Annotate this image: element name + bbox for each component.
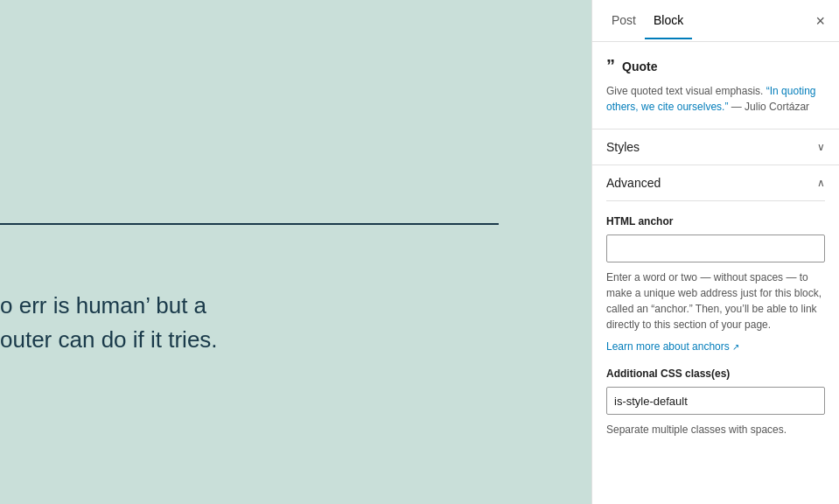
tab-bar: Post Block × bbox=[592, 0, 839, 42]
tab-post[interactable]: Post bbox=[603, 3, 645, 39]
learn-more-anchor-link[interactable]: Learn more about anchors ↗ bbox=[606, 340, 739, 353]
css-classes-field: Additional CSS class(es) Separate multip… bbox=[606, 368, 825, 438]
quote-icon: ” bbox=[606, 56, 615, 76]
advanced-chevron: ∧ bbox=[817, 177, 825, 189]
css-classes-input[interactable] bbox=[606, 387, 825, 415]
canvas-line-1: o err is human’ but a bbox=[0, 289, 218, 323]
block-description: Give quoted text visual emphasis. “In qu… bbox=[606, 83, 825, 115]
html-anchor-field: HTML anchor Enter a word or two — withou… bbox=[606, 215, 825, 354]
block-desc-text1: Give quoted text visual emphasis. bbox=[606, 85, 766, 97]
css-classes-label: Additional CSS class(es) bbox=[606, 368, 825, 380]
html-anchor-label: HTML anchor bbox=[606, 215, 825, 228]
advanced-label: Advanced bbox=[606, 176, 661, 190]
canvas-text: o err is human’ but a outer can do if it… bbox=[0, 289, 218, 357]
styles-chevron: ∨ bbox=[817, 141, 825, 153]
advanced-section: Advanced ∧ HTML anchor Enter a word or t… bbox=[592, 165, 839, 457]
advanced-section-header[interactable]: Advanced ∧ bbox=[606, 165, 825, 201]
tab-block[interactable]: Block bbox=[645, 3, 692, 39]
css-description: Separate multiple classes with spaces. bbox=[606, 422, 825, 438]
styles-section-header[interactable]: Styles ∨ bbox=[592, 130, 839, 165]
canvas-area: o err is human’ but a outer can do if it… bbox=[0, 0, 591, 504]
block-info: ” Quote Give quoted text visual emphasis… bbox=[592, 42, 839, 130]
block-desc-text2: — Julio Cortázar bbox=[728, 101, 809, 113]
anchor-description: Enter a word or two — without spaces — t… bbox=[606, 270, 825, 332]
html-anchor-input[interactable] bbox=[606, 234, 825, 262]
learn-more-label: Learn more about anchors bbox=[606, 340, 730, 353]
close-button[interactable]: × bbox=[812, 10, 829, 32]
block-header: ” Quote bbox=[606, 56, 825, 76]
block-title: Quote bbox=[622, 60, 657, 74]
styles-label: Styles bbox=[606, 140, 640, 154]
external-link-icon: ↗ bbox=[732, 342, 739, 352]
canvas-divider bbox=[0, 223, 499, 225]
sidebar: Post Block × ” Quote Give quoted text vi… bbox=[591, 0, 839, 504]
canvas-line-2: outer can do if it tries. bbox=[0, 323, 218, 357]
